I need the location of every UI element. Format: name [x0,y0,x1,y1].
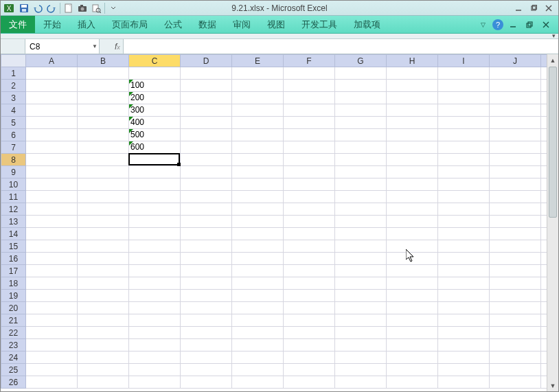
col-header-A[interactable]: A [26,55,78,67]
cell-I19[interactable] [438,290,490,302]
cell-K12[interactable] [541,203,547,216]
row-header-14[interactable]: 14 [1,228,26,240]
cell-I1[interactable] [438,67,490,80]
cell-B7[interactable] [78,141,129,154]
cell-K17[interactable] [541,265,547,277]
cell-G5[interactable] [335,117,387,129]
row-header-1[interactable]: 1 [1,67,26,80]
col-header-G[interactable]: G [335,55,387,67]
cell-E26[interactable] [232,376,284,389]
cell-G1[interactable] [335,67,387,80]
cell-A22[interactable] [26,327,78,339]
cell-I14[interactable] [438,228,490,240]
cell-A20[interactable] [26,302,78,314]
row-header-24[interactable]: 24 [1,351,26,364]
help-icon[interactable]: ? [492,19,503,30]
cell-E22[interactable] [232,327,284,339]
cell-J14[interactable] [490,228,541,240]
cell-B24[interactable] [78,351,129,364]
cell-F12[interactable] [284,203,335,216]
minimize-icon[interactable] [512,1,525,15]
cell-K15[interactable] [541,240,547,253]
cell-K8[interactable] [541,154,547,166]
row-header-9[interactable]: 9 [1,166,26,178]
cell-A4[interactable] [26,104,78,117]
row-header-11[interactable]: 11 [1,191,26,203]
cell-B13[interactable] [78,216,129,228]
cell-D18[interactable] [181,277,232,290]
cell-F8[interactable] [284,154,335,166]
cell-H18[interactable] [387,277,438,290]
cell-J15[interactable] [490,240,541,253]
cell-K1[interactable] [541,67,547,80]
cell-B22[interactable] [78,327,129,339]
cell-F13[interactable] [284,216,335,228]
ribbon-tab-审阅[interactable]: 审阅 [225,16,259,33]
cell-G16[interactable] [335,253,387,265]
cell-E8[interactable] [232,154,284,166]
cell-G26[interactable] [335,376,387,389]
cell-D7[interactable] [181,141,232,154]
cell-I9[interactable] [438,166,490,178]
cell-E16[interactable] [232,253,284,265]
cell-C12[interactable] [129,203,181,216]
row-header-4[interactable]: 4 [1,104,26,117]
cell-I17[interactable] [438,265,490,277]
cell-D23[interactable] [181,339,232,351]
cell-C16[interactable] [129,253,181,265]
cell-F19[interactable] [284,290,335,302]
cell-D15[interactable] [181,240,232,253]
cell-I11[interactable] [438,191,490,203]
cell-D14[interactable] [181,228,232,240]
camera-icon[interactable] [76,1,89,15]
cell-C21[interactable] [129,314,181,327]
cell-I21[interactable] [438,314,490,327]
cell-G12[interactable] [335,203,387,216]
cell-E5[interactable] [232,117,284,129]
cell-J5[interactable] [490,117,541,129]
cell-C1[interactable] [129,67,181,80]
cancel-formula-icon[interactable] [102,42,112,51]
cell-D5[interactable] [181,117,232,129]
cell-J3[interactable] [490,92,541,104]
row-header-13[interactable]: 13 [1,216,26,228]
cell-H13[interactable] [387,216,438,228]
cell-G6[interactable] [335,129,387,141]
cell-D25[interactable] [181,364,232,376]
row-header-16[interactable]: 16 [1,253,26,265]
cell-K3[interactable] [541,92,547,104]
cell-I5[interactable] [438,117,490,129]
cell-D8[interactable] [181,154,232,166]
cell-J17[interactable] [490,265,541,277]
cell-F15[interactable] [284,240,335,253]
row-header-19[interactable]: 19 [1,290,26,302]
cell-D26[interactable] [181,376,232,389]
cell-I12[interactable] [438,203,490,216]
cell-H20[interactable] [387,302,438,314]
col-header-J[interactable]: J [490,55,541,67]
cell-A13[interactable] [26,216,78,228]
cell-D19[interactable] [181,290,232,302]
cell-C5[interactable]: 400 [129,117,181,129]
row-header-15[interactable]: 15 [1,240,26,253]
cell-A1[interactable] [26,67,78,80]
cell-J13[interactable] [490,216,541,228]
redo-icon[interactable] [45,1,58,15]
cell-F6[interactable] [284,129,335,141]
row-header-23[interactable]: 23 [1,339,26,351]
cell-J4[interactable] [490,104,541,117]
cell-D6[interactable] [181,129,232,141]
cell-F1[interactable] [284,67,335,80]
cell-K26[interactable] [541,376,547,389]
cell-I6[interactable] [438,129,490,141]
cell-C19[interactable] [129,290,181,302]
cell-G4[interactable] [335,104,387,117]
cell-F23[interactable] [284,339,335,351]
cell-H15[interactable] [387,240,438,253]
cell-C18[interactable] [129,277,181,290]
cell-H25[interactable] [387,364,438,376]
cell-J2[interactable] [490,80,541,92]
expand-formula-bar-icon[interactable]: ▾ [552,32,556,39]
col-header-C[interactable]: C [129,55,181,67]
cell-C13[interactable] [129,216,181,228]
